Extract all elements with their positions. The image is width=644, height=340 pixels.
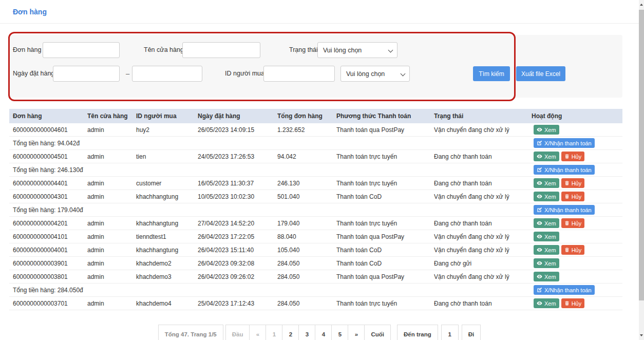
view-button[interactable]: Xem xyxy=(534,152,559,161)
view-button[interactable]: Xem xyxy=(534,178,559,188)
view-button[interactable]: Xem xyxy=(534,298,559,308)
actions-cell: X/Nhận thanh toán xyxy=(532,205,622,215)
page-button-5[interactable]: 5 xyxy=(331,325,348,340)
actions-cell: XemHủy xyxy=(532,298,622,308)
date-to-input[interactable] xyxy=(132,66,202,82)
secondary-select-value: Vui lòng chọn xyxy=(346,70,385,78)
page-title: Đơn hàng xyxy=(13,8,47,16)
cell-store: admin xyxy=(87,180,136,187)
confirm-payment-button[interactable]: X/Nhận thanh toán xyxy=(534,205,595,215)
table-row: 6000000000004301adminkhachhangtung10/05/… xyxy=(9,190,622,203)
eye-icon xyxy=(537,127,542,133)
cell-order: 6000000000004501 xyxy=(13,153,87,160)
cancel-button[interactable]: Hủy xyxy=(561,245,585,255)
scroll-down-icon[interactable] xyxy=(639,331,644,340)
cell-order: 6000000000003901 xyxy=(13,260,87,267)
actions-cell: X/Nhận thanh toán xyxy=(532,285,622,295)
page-button-3[interactable]: 3 xyxy=(298,325,315,340)
table-row: 6000000000003701adminkhachdemo425/04/202… xyxy=(9,297,622,310)
actions-cell: X/Nhận thanh toán xyxy=(532,138,622,148)
trash-icon xyxy=(564,300,570,306)
table-header-row: Đơn hàng Tên cửa hàng ID người mua Ngày … xyxy=(9,109,622,123)
view-button[interactable]: Xem xyxy=(534,258,559,268)
confirm-payment-button[interactable]: X/Nhận thanh toán xyxy=(534,165,595,175)
actions-cell: Xem xyxy=(532,258,622,268)
cell-order: 6000000000004101 xyxy=(13,233,87,240)
table-body: 6000000000004601adminhuy226/05/2023 14:0… xyxy=(9,123,622,310)
page-button-1[interactable]: 1 xyxy=(266,325,282,340)
trash-icon xyxy=(564,220,570,226)
summary-total-label: Tổng tiền hàng: 246.130đ xyxy=(13,166,532,174)
next-page-button[interactable]: » xyxy=(348,325,365,340)
button-label: Xem xyxy=(544,260,556,267)
actions-cell: Xem xyxy=(532,232,622,241)
button-label: Hủy xyxy=(572,180,582,186)
cell-total: 179.040 xyxy=(277,220,336,227)
trash-icon xyxy=(564,247,570,253)
store-filter-label: Tên cửa hàng xyxy=(144,42,180,58)
view-button[interactable]: Xem xyxy=(534,272,559,281)
view-button[interactable]: Xem xyxy=(534,245,559,255)
cell-payment: Thanh toán CoD xyxy=(336,260,434,267)
cell-buyer: tien xyxy=(136,153,198,160)
view-button[interactable]: Xem xyxy=(534,192,559,201)
status-select[interactable]: Vui lòng chọn xyxy=(317,42,397,58)
table-row: 6000000000004001adminkhachhangtung26/04/… xyxy=(9,243,622,257)
scroll-up-icon[interactable] xyxy=(639,0,644,9)
cell-order: 6000000000004301 xyxy=(13,193,87,200)
cell-status: Vận chuyển đang chờ xử lý xyxy=(434,273,532,280)
cancel-button[interactable]: Hủy xyxy=(561,192,585,201)
confirm-payment-button[interactable]: X/Nhận thanh toán xyxy=(534,138,595,148)
cell-buyer: customer xyxy=(136,180,198,187)
edit-icon xyxy=(537,140,542,146)
cancel-button[interactable]: Hủy xyxy=(561,218,585,228)
column-header-buyer: ID người mua xyxy=(136,112,198,120)
cell-date: 10/05/2023 10:02:30 xyxy=(198,193,277,200)
last-page-button[interactable]: Cuối xyxy=(364,325,391,340)
goto-page-input[interactable] xyxy=(441,325,459,340)
first-page-button[interactable]: Đầu xyxy=(225,325,250,340)
cell-total: 284.050 xyxy=(277,300,336,307)
actions-cell: Xem xyxy=(532,125,622,135)
export-excel-button[interactable]: Xuất file Excel xyxy=(516,66,565,81)
search-button[interactable]: Tìm kiếm xyxy=(473,66,510,81)
pagination-summary: Tổng 47. Trang 1/5 xyxy=(158,325,223,340)
view-button[interactable]: Xem xyxy=(534,232,559,241)
cell-payment: Thanh toán qua PostPay xyxy=(336,273,434,280)
confirm-payment-button[interactable]: X/Nhận thanh toán xyxy=(534,285,595,295)
table-row: 6000000000004601adminhuy226/05/2023 14:0… xyxy=(9,123,622,137)
prev-page-button[interactable]: « xyxy=(249,325,266,340)
cell-payment: Thanh toán trực tuyến xyxy=(336,220,434,227)
page-number-buttons: 12345 xyxy=(266,325,348,340)
cell-date: 26/04/2023 09:32:08 xyxy=(198,260,277,267)
date-from-input[interactable] xyxy=(53,66,120,82)
order-filter-input[interactable] xyxy=(43,42,120,58)
page-button-4[interactable]: 4 xyxy=(315,325,332,340)
vertical-scrollbar[interactable] xyxy=(639,0,644,340)
trash-icon xyxy=(564,154,570,159)
scrollbar-thumb[interactable] xyxy=(639,10,644,300)
button-label: Hủy xyxy=(572,220,582,226)
secondary-select[interactable]: Vui lòng chọn xyxy=(340,66,410,82)
store-filter-input[interactable] xyxy=(182,42,260,58)
orders-page: Đơn hàng Đơn hàng Tên cửa hàng Trạng thá… xyxy=(0,0,644,340)
edit-icon xyxy=(537,287,542,293)
cell-buyer: khachdemo3 xyxy=(136,273,198,280)
buyer-id-input[interactable] xyxy=(263,66,335,82)
summary-total-label: Tổng tiền hàng: 284.050đ xyxy=(13,287,532,294)
go-button[interactable]: Đi xyxy=(462,325,481,340)
cell-buyer: tienndtest1 xyxy=(136,233,198,240)
cancel-button[interactable]: Hủy xyxy=(561,178,585,188)
cell-total: 246.130 xyxy=(277,180,336,187)
cell-payment: Thanh toán trực tuyến xyxy=(336,153,434,160)
cancel-button[interactable]: Hủy xyxy=(561,152,585,161)
eye-icon xyxy=(537,180,542,186)
view-button[interactable]: Xem xyxy=(534,218,559,228)
cancel-button[interactable]: Hủy xyxy=(561,298,585,308)
cell-payment: Thanh toán trực tuyến xyxy=(336,180,434,187)
cell-date: 26/04/2023 09:26:02 xyxy=(198,273,277,280)
page-button-2[interactable]: 2 xyxy=(282,325,299,340)
cell-store: admin xyxy=(87,126,136,134)
view-button[interactable]: Xem xyxy=(534,125,559,135)
table-row: 6000000000004201adminkhachhangtung27/04/… xyxy=(9,217,622,230)
